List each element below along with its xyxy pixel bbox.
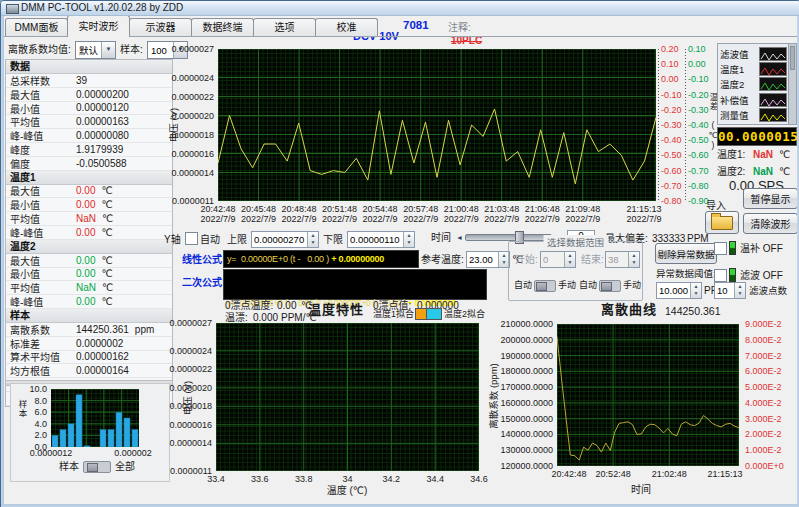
stats-row-label: 最小值 bbox=[6, 101, 76, 116]
main-y-tick: 0.0000014 bbox=[154, 169, 214, 179]
main-red-axis-tick: -0.20 bbox=[661, 106, 682, 116]
dispersion-right-tick: 3.000E-2 bbox=[745, 415, 782, 425]
stats-row-value: 0.00000164 bbox=[76, 365, 129, 376]
dispersion-y-tick: 200000.0000 bbox=[497, 336, 553, 346]
tab-5[interactable]: 选项 bbox=[253, 18, 316, 37]
legend-waveform-swatch bbox=[759, 62, 787, 76]
dispersion-x-axis-title: 时间 bbox=[611, 485, 671, 495]
note-label: 注释: bbox=[448, 22, 471, 33]
legend-item-label: 温度2 bbox=[720, 77, 744, 91]
legend-item-3[interactable]: 温度2 bbox=[720, 77, 787, 92]
lower-limit-stepper[interactable]: 0.00000110▲▼ bbox=[347, 231, 415, 248]
temp-comp-label: 温补 OFF bbox=[740, 243, 783, 254]
titlebar: DMM PC-TOOL v1.20.02.28 by ZDD bbox=[1, 1, 799, 16]
stats-row-value: 39 bbox=[76, 75, 87, 86]
import-label: 导入 bbox=[706, 200, 726, 211]
tab-1[interactable]: DMM面板 bbox=[5, 18, 68, 37]
remove-outliers-button[interactable]: 剔除异常数据 bbox=[655, 243, 717, 264]
temp-x-tick: 33.8 bbox=[284, 475, 324, 485]
tab-4[interactable]: 数据终端 bbox=[191, 18, 254, 37]
legend-item-5[interactable]: 测量值 bbox=[720, 108, 787, 123]
upper-limit-value: 0.00000270 bbox=[252, 234, 307, 245]
upper-limit-stepper[interactable]: 0.00000270▲▼ bbox=[251, 231, 319, 248]
dispersion-right-tick: 4.000E-2 bbox=[745, 399, 782, 409]
stats-row-unit: ℃ bbox=[102, 282, 113, 293]
tab-2[interactable]: 实时波形 bbox=[67, 15, 130, 37]
y-auto-checkbox[interactable] bbox=[185, 232, 198, 245]
outlier-threshold-stepper[interactable]: 10.000▲▼ bbox=[656, 282, 702, 299]
tab-6[interactable]: 校准 bbox=[315, 18, 378, 37]
y-auto-label: 自动 bbox=[200, 234, 220, 245]
legend-waveform-swatch bbox=[759, 77, 787, 91]
main-green-axis-tick: -0.60 bbox=[688, 151, 709, 161]
dispersion-right-tick: 6.000E-2 bbox=[745, 367, 782, 377]
ref-temp-stepper[interactable]: 23.00▲▼ bbox=[466, 251, 510, 268]
temp-y-tick: 0.0000016 bbox=[152, 421, 212, 431]
legend-item-1[interactable]: 滤波值 bbox=[720, 46, 787, 61]
stats-row-unit: ℃ bbox=[101, 185, 112, 196]
stats-row-label: 离散系数 bbox=[6, 322, 76, 337]
dispersion-y-tick: 150000.0000 bbox=[497, 415, 553, 425]
temp-x-tick: 34.6 bbox=[459, 475, 499, 485]
temp-drift-value: 0.000 bbox=[253, 312, 278, 323]
range-end-stepper[interactable]: 38▲▼ bbox=[605, 251, 640, 268]
range-end-auto-toggle[interactable] bbox=[599, 280, 621, 292]
legend-scrollbar[interactable] bbox=[788, 44, 796, 124]
clear-waveform-button[interactable]: 清除波形 bbox=[743, 213, 798, 234]
data-range-group-title: 选择数据范围 bbox=[543, 235, 608, 249]
window-frame-left bbox=[1, 15, 4, 507]
tab-3[interactable]: 示波器 bbox=[129, 18, 192, 37]
range-start-stepper[interactable]: 0▲▼ bbox=[540, 251, 576, 268]
stats-row-value: 0.00000163 bbox=[76, 116, 129, 127]
app-icon bbox=[6, 4, 19, 14]
filter-points-label: 滤波点数 bbox=[749, 285, 787, 296]
temp2-readout-value: NaN bbox=[753, 166, 773, 177]
histogram-chart bbox=[51, 389, 139, 447]
legend-waveform-swatch bbox=[759, 93, 787, 107]
main-x-tick: 21:09:482022/7/9 bbox=[555, 205, 611, 224]
statistics-panel: 数据总采样数39最大值0.00000200最小值0.00000120平均值0.0… bbox=[5, 59, 173, 407]
pause-display-button[interactable]: 暂停显示 bbox=[743, 188, 798, 209]
sample-all-toggle[interactable] bbox=[83, 461, 111, 473]
legend-item-4[interactable]: 补偿值 bbox=[720, 92, 787, 107]
stats-row-label: 最大值 bbox=[6, 87, 76, 102]
temp1-readout-unit: ℃ bbox=[779, 149, 790, 160]
stats-row-value: 1.9179939 bbox=[76, 144, 123, 155]
dispersion-y-tick: 170000.0000 bbox=[497, 383, 553, 393]
legend-item-2[interactable]: 温度1 bbox=[720, 61, 787, 76]
import-folder-button[interactable] bbox=[705, 211, 739, 234]
stats-row-label: 峰-峰值 bbox=[6, 225, 76, 240]
quadratic-formula-display: y= 0.00000E+0 (t - 0.00 )² +0.00000E+0 (… bbox=[223, 269, 487, 300]
dispersion-x-tick: 20:52:48 bbox=[589, 470, 637, 480]
temp-y-tick: 0.0000018 bbox=[152, 402, 212, 412]
stats-section-header: 样本 bbox=[6, 309, 172, 323]
temp2-readout-unit: ℃ bbox=[779, 166, 790, 177]
filter-checkbox[interactable] bbox=[714, 269, 727, 282]
temp-chart-y-axis-title: 电压 (V) bbox=[180, 368, 194, 428]
temp-comp-checkbox[interactable] bbox=[714, 242, 727, 255]
temp-y-tick: 0.0000014 bbox=[152, 439, 212, 449]
temp-y-tick: 0.0000024 bbox=[152, 347, 212, 357]
stats-row-label: 均方根值 bbox=[6, 363, 76, 378]
y-axis-label: Y轴 bbox=[164, 234, 181, 245]
range-start-auto-toggle[interactable] bbox=[534, 280, 556, 292]
stats-row-label: 最小值 bbox=[6, 197, 76, 212]
main-y-tick: 0.0000016 bbox=[154, 150, 214, 160]
slider-left-arrow-icon[interactable]: ◄ bbox=[456, 234, 463, 241]
temp-chart-legend2-swatch[interactable] bbox=[426, 308, 442, 320]
dispersion-y-tick: 180000.0000 bbox=[497, 367, 553, 377]
stats-row-label: 平均值 bbox=[6, 211, 76, 226]
temp1-readout-label: 温度1: bbox=[717, 149, 745, 160]
main-green-axis-tick: 0.00 bbox=[688, 60, 706, 70]
ref-temp-value: 23.00 bbox=[467, 254, 498, 265]
dispersion-curve-chart bbox=[557, 324, 739, 466]
legend-item-label: 温度1 bbox=[720, 62, 744, 76]
cv-mean-dropdown[interactable]: 默认 ▼ bbox=[75, 41, 116, 59]
chevron-down-icon[interactable]: ▼ bbox=[101, 42, 115, 58]
linear-formula-label: 线性公式: bbox=[182, 254, 225, 265]
temp-drift-label: 温漂: bbox=[225, 312, 248, 323]
main-red-axis-tick: -0.10 bbox=[661, 91, 682, 101]
zero-drift-temp-value: 0.00 bbox=[277, 300, 296, 311]
filter-points-stepper[interactable]: 10▲▼ bbox=[714, 282, 746, 299]
stats-row-unit: ℃ bbox=[101, 199, 112, 210]
